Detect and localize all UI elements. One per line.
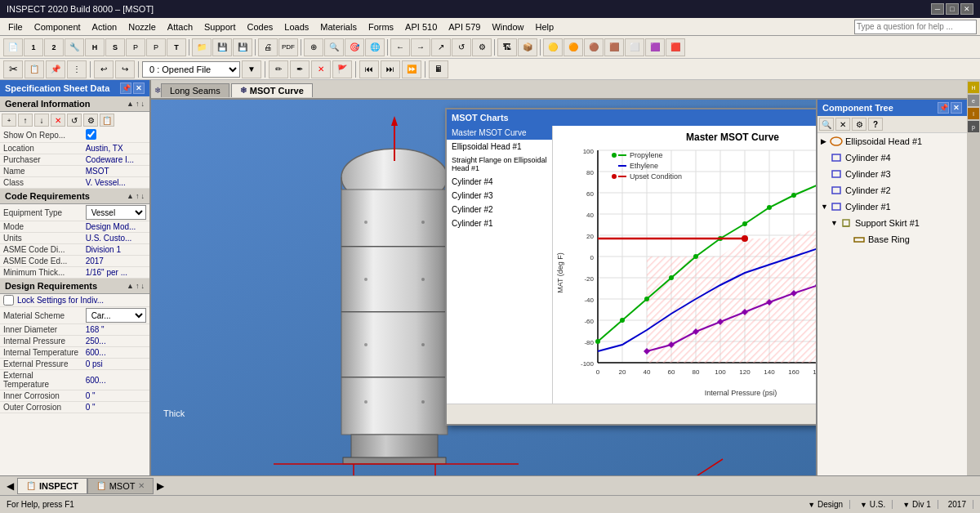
tree-cyl1[interactable]: ▼ Cylinder #1: [817, 199, 967, 215]
prop-int-temp-val[interactable]: 600...: [82, 347, 149, 359]
tree-cyl4[interactable]: Cylinder #4: [817, 149, 967, 166]
panel-close[interactable]: ✕: [133, 83, 145, 94]
tb-c3[interactable]: 🟤: [584, 38, 604, 56]
tb-p1[interactable]: P: [126, 38, 145, 56]
tb2-nav1[interactable]: ⏮: [359, 60, 379, 78]
design-move-up[interactable]: ↑: [136, 282, 140, 290]
list-item-master[interactable]: Master MSOT Curve: [447, 126, 552, 140]
tree-settings[interactable]: ⚙: [852, 118, 866, 131]
design-move-down[interactable]: ↓: [141, 282, 145, 290]
tree-base-ring[interactable]: Base Ring: [817, 231, 967, 248]
snowflake-icon[interactable]: ❄: [154, 86, 161, 95]
lock-checkbox[interactable]: [3, 295, 14, 306]
tb2-del[interactable]: ✕: [311, 60, 331, 78]
equip-type-select[interactable]: Vessel: [86, 205, 146, 220]
tb-arrow1[interactable]: ←: [390, 38, 410, 56]
tb-set[interactable]: ⚙: [472, 38, 492, 56]
prop-ext-pressure-val[interactable]: 0 psi: [82, 359, 149, 370]
tree-ellip-head[interactable]: ▶ Ellipsoidal Head #1: [817, 133, 967, 149]
prop-name-val[interactable]: MSOT: [82, 166, 149, 177]
gen-btn4[interactable]: ✕: [51, 114, 65, 127]
menu-loads[interactable]: Loads: [279, 20, 314, 33]
tb2-calc[interactable]: 🖩: [429, 60, 448, 78]
menu-attach[interactable]: Attach: [163, 20, 198, 33]
menu-forms[interactable]: Forms: [363, 20, 399, 33]
menu-component[interactable]: Component: [29, 20, 86, 33]
menu-codes[interactable]: Codes: [243, 20, 278, 33]
gen-btn5[interactable]: ↺: [67, 114, 82, 127]
prop-inner-corr-val[interactable]: 0 ": [82, 390, 149, 402]
tb-3d-box[interactable]: 📦: [518, 38, 537, 56]
menu-support[interactable]: Support: [199, 20, 241, 33]
tb-c6[interactable]: 🟪: [645, 38, 665, 56]
tb-s[interactable]: S: [105, 38, 125, 56]
prop-outer-corr-val[interactable]: 0 ": [82, 402, 149, 413]
tb-h[interactable]: H: [85, 38, 105, 56]
tree-cyl3[interactable]: Cylinder #3: [817, 166, 967, 182]
list-item-flange[interactable]: Straight Flange on Ellipsoidal Head #1: [447, 154, 552, 175]
tree-add[interactable]: ✕: [835, 118, 850, 131]
tb-3d3[interactable]: 🌐: [365, 38, 385, 56]
tb-arrow2[interactable]: →: [411, 38, 430, 56]
tb-2[interactable]: 2: [44, 38, 64, 56]
prop-inner-dia-val[interactable]: 168 ": [82, 324, 149, 336]
bottom-tab-inspect[interactable]: 📋 INSPECT: [17, 478, 87, 494]
menu-action[interactable]: Action: [87, 20, 122, 33]
tb-t[interactable]: T: [167, 38, 186, 56]
tb-open[interactable]: 📁: [192, 38, 212, 56]
prop-location-val[interactable]: Austin, TX: [82, 143, 149, 154]
tb2-dropdown[interactable]: ▼: [242, 60, 261, 78]
help-search[interactable]: [854, 20, 977, 34]
tb2-cut[interactable]: ✂: [3, 60, 23, 78]
tb2-paste[interactable]: 📌: [46, 60, 65, 78]
tb-c7[interactable]: 🟥: [666, 38, 685, 56]
code-move-up[interactable]: ↑: [136, 192, 140, 200]
list-item-cyl1[interactable]: Cylinder #1: [447, 216, 552, 230]
tb-search-tool[interactable]: 🔧: [65, 38, 84, 56]
tree-cyl2[interactable]: Cylinder #2: [817, 182, 967, 199]
tb-3d2[interactable]: 🎯: [345, 38, 364, 56]
gen-btn6[interactable]: ⚙: [83, 114, 98, 127]
code-move-down[interactable]: ↓: [141, 192, 145, 200]
list-item-cyl4[interactable]: Cylinder #4: [447, 175, 552, 189]
tree-support-skirt[interactable]: ▼ Support Skirt #1: [817, 215, 967, 231]
file-combo[interactable]: 0 : Opened File: [142, 61, 240, 78]
prop-units-val[interactable]: U.S. Custo...: [82, 233, 149, 244]
tb2-edit2[interactable]: ✒: [290, 60, 310, 78]
menu-window[interactable]: Window: [487, 20, 528, 33]
prop-mode-val[interactable]: Design Mod...: [82, 221, 149, 233]
tree-expand-ellip[interactable]: ▶: [821, 137, 827, 145]
tb2-copy[interactable]: 📋: [24, 60, 44, 78]
section-move-up[interactable]: ↑: [136, 100, 140, 108]
tb2-edit1[interactable]: ✏: [269, 60, 288, 78]
tb-arrow3[interactable]: ↗: [431, 38, 451, 56]
menu-file[interactable]: File: [3, 20, 28, 33]
tb-c1[interactable]: 🟡: [543, 38, 563, 56]
tb-p2[interactable]: P: [146, 38, 166, 56]
list-item-cyl3[interactable]: Cylinder #3: [447, 189, 552, 203]
tab-msot-curve[interactable]: ❄ MSOT Curve: [231, 83, 313, 97]
msot-tab-close[interactable]: ✕: [138, 481, 145, 490]
code-collapse[interactable]: ▲: [127, 192, 134, 200]
tb-1[interactable]: 1: [24, 38, 43, 56]
right-panel-close[interactable]: ✕: [951, 102, 962, 114]
prop-ext-temp-val[interactable]: 600...: [82, 370, 149, 390]
tb-c5[interactable]: ⬜: [625, 38, 644, 56]
panel-pin[interactable]: 📌: [120, 83, 131, 94]
tree-search[interactable]: 🔍: [819, 118, 834, 131]
close-btn[interactable]: ✕: [960, 3, 973, 15]
tab-long-seams[interactable]: Long Seams: [161, 83, 229, 97]
tb-3d1[interactable]: ⊕: [304, 38, 323, 56]
menu-materials[interactable]: Materials: [315, 20, 362, 33]
tb2-nav2[interactable]: ⏭: [381, 60, 400, 78]
show-on-repo-check[interactable]: [86, 129, 96, 140]
tb-zoom[interactable]: 🔍: [324, 38, 344, 56]
menu-api579[interactable]: API 579: [443, 20, 485, 33]
menu-api510[interactable]: API 510: [400, 20, 442, 33]
tb-save2[interactable]: 💾: [233, 38, 252, 56]
material-select[interactable]: Car...: [86, 308, 146, 323]
maximize-btn[interactable]: □: [946, 3, 959, 15]
gen-btn7[interactable]: 📋: [100, 114, 114, 127]
tb-pdf[interactable]: PDF: [278, 38, 298, 56]
gen-btn2[interactable]: ↑: [18, 114, 33, 127]
